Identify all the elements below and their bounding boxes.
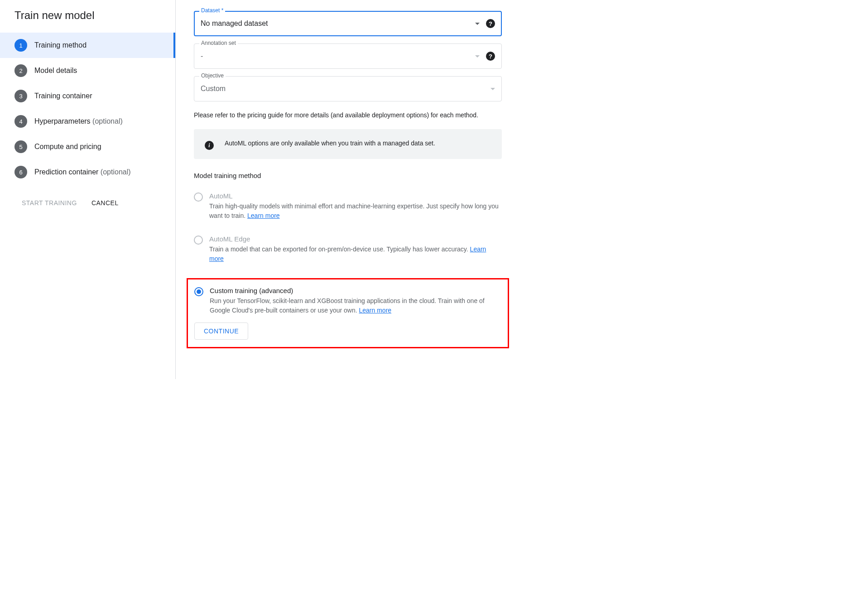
annotation-value: - bbox=[201, 52, 203, 60]
step-training-container[interactable]: 3 Training container bbox=[0, 83, 175, 109]
step-prediction-container[interactable]: 6 Prediction container (optional) bbox=[0, 159, 175, 185]
step-hyperparameters[interactable]: 4 Hyperparameters (optional) bbox=[0, 109, 175, 134]
step-number: 5 bbox=[14, 140, 27, 153]
learn-more-link[interactable]: Learn more bbox=[247, 212, 280, 219]
dataset-label: Dataset * bbox=[199, 7, 225, 14]
radio-desc: Train a model that can be exported for o… bbox=[209, 245, 502, 264]
step-compute-pricing[interactable]: 5 Compute and pricing bbox=[0, 134, 175, 159]
info-banner-text: AutoML options are only available when y… bbox=[225, 138, 435, 148]
chevron-down-icon bbox=[475, 23, 480, 25]
step-label: Hyperparameters (optional) bbox=[34, 117, 123, 125]
info-icon: i bbox=[205, 141, 214, 150]
step-list: 1 Training method 2 Model details 3 Trai… bbox=[0, 33, 175, 185]
step-number: 2 bbox=[14, 64, 27, 77]
chevron-down-icon bbox=[475, 55, 480, 58]
radio-automl: AutoML Train high-quality models with mi… bbox=[194, 192, 502, 221]
dataset-select[interactable]: No managed dataset ? bbox=[194, 11, 502, 36]
continue-button[interactable]: CONTINUE bbox=[194, 322, 248, 340]
radio-title: Custom training (advanced) bbox=[210, 287, 501, 294]
radio-button[interactable] bbox=[194, 287, 203, 296]
step-label: Training method bbox=[34, 41, 87, 49]
radio-button bbox=[194, 236, 203, 245]
step-training-method[interactable]: 1 Training method bbox=[0, 33, 175, 58]
objective-field: Objective Custom bbox=[194, 76, 502, 101]
radio-group: AutoML Train high-quality models with mi… bbox=[194, 192, 502, 348]
radio-title: AutoML Edge bbox=[209, 235, 502, 243]
radio-title: AutoML bbox=[209, 192, 502, 200]
step-number: 4 bbox=[14, 115, 27, 128]
radio-button bbox=[194, 192, 203, 202]
cancel-button[interactable]: CANCEL bbox=[91, 196, 119, 210]
step-label: Training container bbox=[34, 92, 92, 100]
learn-more-link[interactable]: Learn more bbox=[359, 307, 392, 314]
radio-automl-edge: AutoML Edge Train a model that can be ex… bbox=[194, 235, 502, 264]
radio-custom-training[interactable]: Custom training (advanced) Run your Tens… bbox=[194, 287, 501, 315]
step-number: 3 bbox=[14, 90, 27, 102]
highlight-box: Custom training (advanced) Run your Tens… bbox=[187, 278, 509, 348]
sidebar-actions: START TRAINING CANCEL bbox=[0, 185, 175, 221]
start-training-button: START TRAINING bbox=[22, 196, 77, 210]
step-label: Model details bbox=[34, 67, 77, 75]
step-number: 1 bbox=[14, 39, 27, 52]
step-label: Prediction container (optional) bbox=[34, 168, 131, 176]
info-banner: i AutoML options are only available when… bbox=[194, 129, 502, 159]
help-icon[interactable]: ? bbox=[486, 19, 495, 28]
radio-desc: Train high-quality models with minimal e… bbox=[209, 202, 502, 221]
objective-value: Custom bbox=[201, 85, 226, 93]
annotation-label: Annotation set bbox=[199, 40, 238, 46]
step-number: 6 bbox=[14, 166, 27, 178]
annotation-field: Annotation set - ? bbox=[194, 43, 502, 69]
help-icon[interactable]: ? bbox=[486, 52, 495, 61]
page-title: Train new model bbox=[0, 9, 175, 33]
pricing-note: Please refer to the pricing guide for mo… bbox=[194, 111, 502, 120]
radio-desc: Run your TensorFlow, scikit-learn and XG… bbox=[210, 296, 501, 315]
section-title: Model training method bbox=[194, 172, 502, 179]
sidebar: Train new model 1 Training method 2 Mode… bbox=[0, 0, 176, 379]
dataset-value: No managed dataset bbox=[201, 19, 268, 28]
chevron-down-icon bbox=[491, 88, 495, 90]
step-label: Compute and pricing bbox=[34, 143, 101, 151]
objective-select: Custom bbox=[194, 76, 502, 101]
step-model-details[interactable]: 2 Model details bbox=[0, 58, 175, 83]
dataset-field: Dataset * No managed dataset ? bbox=[194, 11, 502, 36]
annotation-select: - ? bbox=[194, 43, 502, 69]
objective-label: Objective bbox=[199, 72, 226, 79]
main-content: Dataset * No managed dataset ? Annotatio… bbox=[176, 0, 520, 379]
